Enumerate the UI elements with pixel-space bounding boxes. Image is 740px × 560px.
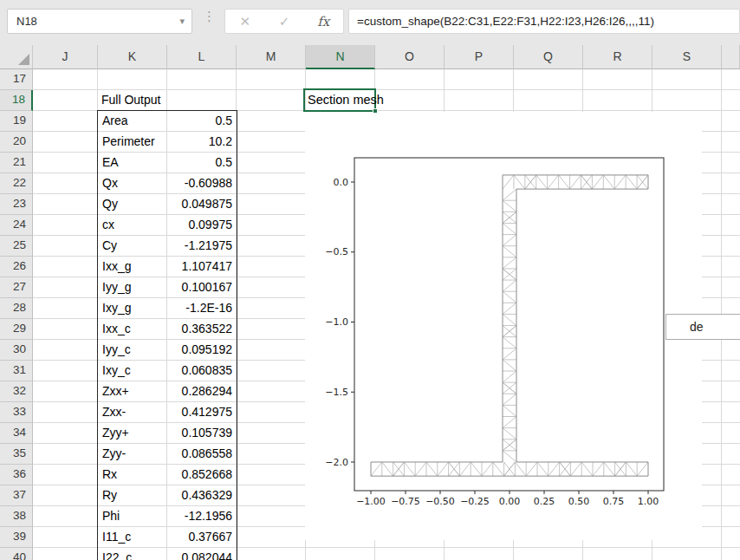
- table-row[interactable]: Zxx+0.286294: [98, 381, 237, 402]
- table-row[interactable]: Qy0.049875: [98, 194, 237, 215]
- row-label: Ixy_c: [98, 361, 167, 381]
- row-header-40[interactable]: 40: [0, 548, 33, 560]
- table-row[interactable]: Zyy+0.105739: [98, 423, 237, 444]
- row-value: -12.1956: [167, 506, 237, 527]
- row-value: 0.082044: [167, 548, 237, 560]
- fill-handle[interactable]: [373, 108, 378, 114]
- row-label: Area: [98, 111, 167, 132]
- row-label: Qy: [98, 194, 167, 215]
- row-value: 0.286294: [167, 381, 237, 402]
- row-header-18-selected[interactable]: 18: [0, 90, 33, 111]
- selected-cell-n18[interactable]: Section mesh: [303, 88, 376, 112]
- column-header-L[interactable]: L: [167, 45, 237, 69]
- name-box-dropdown-icon[interactable]: ▾: [179, 10, 185, 33]
- column-header-P[interactable]: P: [445, 45, 514, 69]
- row-value: -0.60988: [167, 173, 237, 194]
- table-row[interactable]: Ixx_c0.363522: [98, 319, 237, 340]
- table-row[interactable]: Area0.5: [98, 111, 237, 132]
- row-header-29[interactable]: 29: [0, 319, 33, 340]
- floating-tooltip-box[interactable]: de: [665, 314, 740, 340]
- table-row[interactable]: I22_c0.082044: [98, 548, 237, 560]
- column-header-S[interactable]: S: [652, 45, 722, 69]
- table-row[interactable]: Ry0.436329: [98, 485, 237, 506]
- table-row[interactable]: Ixy_g-1.2E-16: [98, 298, 237, 319]
- row-header-33[interactable]: 33: [0, 402, 33, 423]
- row-value: 0.412975: [167, 402, 237, 423]
- row-label: Qx: [98, 173, 167, 194]
- column-headers: J K L M N O P Q R S: [0, 45, 740, 69]
- table-row[interactable]: cx0.09975: [98, 215, 237, 236]
- svg-text:0.00: 0.00: [499, 496, 521, 507]
- column-header-K[interactable]: K: [98, 45, 167, 69]
- row-header-36[interactable]: 36: [0, 465, 33, 485]
- svg-text:1.00: 1.00: [638, 496, 659, 507]
- row-header-21[interactable]: 21: [0, 153, 33, 173]
- row-header-35[interactable]: 35: [0, 444, 33, 465]
- table-row[interactable]: EA0.5: [98, 153, 237, 173]
- table-row[interactable]: Rx0.852668: [98, 465, 237, 485]
- row-label: Zyy+: [98, 423, 167, 444]
- row-header-24[interactable]: 24: [0, 215, 33, 236]
- row-header-22[interactable]: 22: [0, 173, 33, 194]
- column-header-J[interactable]: J: [33, 45, 98, 69]
- column-header-R[interactable]: R: [583, 45, 652, 69]
- row-header-27[interactable]: 27: [0, 277, 33, 298]
- row-header-39[interactable]: 39: [0, 527, 33, 548]
- table-row[interactable]: Zyy-0.086558: [98, 444, 237, 465]
- column-header-N-selected[interactable]: N: [306, 45, 375, 69]
- formula-input[interactable]: =custom_shape(B22:C31,E22:F31,H22:I23,H2…: [348, 9, 740, 34]
- table-row[interactable]: Ixx_g1.107417: [98, 257, 237, 277]
- row-header-31[interactable]: 31: [0, 361, 33, 381]
- name-box[interactable]: N18 ▾: [7, 9, 192, 34]
- row-header-37[interactable]: 37: [0, 485, 33, 506]
- row-header-19[interactable]: 19: [0, 111, 33, 132]
- spreadsheet-app: N18 ▾ ⋮ ✕ ✓ fx =custom_shape(B22:C31,E22…: [0, 0, 740, 560]
- table-row[interactable]: Iyy_g0.100167: [98, 277, 237, 298]
- table-row[interactable]: Ixy_c0.060835: [98, 361, 237, 381]
- row-label: cx: [98, 215, 167, 236]
- row-header-38[interactable]: 38: [0, 506, 33, 527]
- row-header-34[interactable]: 34: [0, 423, 33, 444]
- cancel-entry-icon[interactable]: ✕: [225, 14, 264, 29]
- section-mesh-chart[interactable]: −1.00−0.75−0.50−0.250.000.250.500.751.00…: [305, 112, 702, 540]
- table-row[interactable]: Perimeter10.2: [98, 132, 237, 153]
- row-header-30[interactable]: 30: [0, 340, 33, 361]
- row-label: Rx: [98, 465, 167, 485]
- formula-bar: N18 ▾ ⋮ ✕ ✓ fx =custom_shape(B22:C31,E22…: [0, 0, 740, 45]
- row-header-20[interactable]: 20: [0, 132, 33, 153]
- column-header-partial[interactable]: [722, 45, 740, 69]
- svg-text:0.0: 0.0: [334, 177, 349, 188]
- row-header-23[interactable]: 23: [0, 194, 33, 215]
- row-value: 0.09975: [167, 215, 237, 236]
- column-header-M[interactable]: M: [237, 45, 306, 69]
- svg-text:−0.5: −0.5: [325, 246, 348, 257]
- row-label: Phi: [98, 506, 167, 527]
- cell-k18-full-output[interactable]: Full Output: [101, 90, 160, 111]
- row-value: 0.37667: [167, 527, 237, 548]
- table-row[interactable]: Cy-1.21975: [98, 236, 237, 257]
- row-header-25[interactable]: 25: [0, 236, 33, 257]
- full-output-table: Area0.5 Perimeter10.2 EA0.5 Qx-0.60988 Q…: [97, 110, 237, 560]
- confirm-entry-icon[interactable]: ✓: [264, 14, 303, 29]
- row-header-32[interactable]: 32: [0, 381, 33, 402]
- table-row[interactable]: I11_c0.37667: [98, 527, 237, 548]
- table-row[interactable]: Iyy_c0.095192: [98, 340, 237, 361]
- row-value: 0.363522: [167, 319, 237, 340]
- row-header-17[interactable]: 17: [0, 69, 33, 90]
- row-header-26[interactable]: 26: [0, 257, 33, 277]
- table-row[interactable]: Phi-12.1956: [98, 506, 237, 527]
- svg-text:0.75: 0.75: [603, 496, 625, 507]
- row-header-28[interactable]: 28: [0, 298, 33, 319]
- column-header-Q[interactable]: Q: [514, 45, 583, 69]
- row-value: 0.095192: [167, 340, 237, 361]
- table-row[interactable]: Qx-0.60988: [98, 173, 237, 194]
- select-all-button[interactable]: [0, 45, 33, 69]
- row-value: 0.5: [167, 153, 237, 173]
- row-value: -1.2E-16: [167, 298, 237, 319]
- more-options-icon[interactable]: ⋮: [203, 10, 213, 22]
- row-value: 0.060835: [167, 361, 237, 381]
- row-label: Zxx+: [98, 381, 167, 402]
- table-row[interactable]: Zxx-0.412975: [98, 402, 237, 423]
- column-header-O[interactable]: O: [375, 45, 445, 69]
- insert-function-icon[interactable]: fx: [304, 14, 343, 29]
